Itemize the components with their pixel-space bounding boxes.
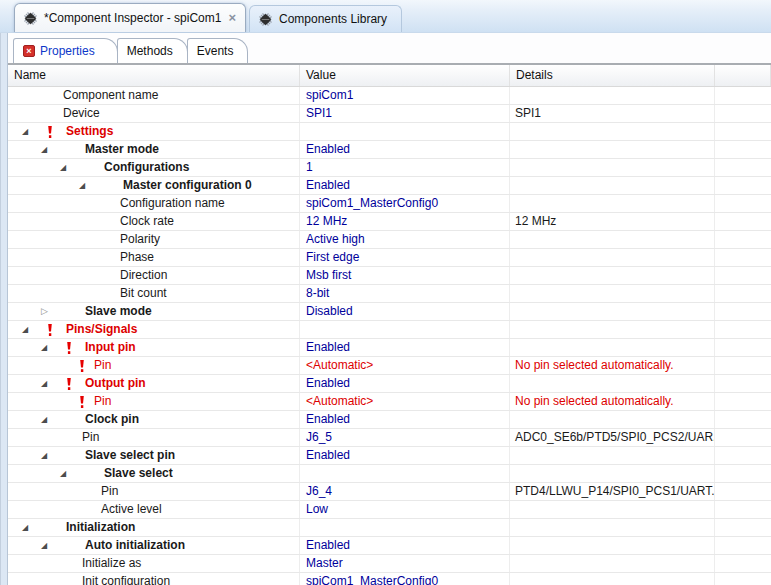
property-value[interactable]: First edge bbox=[300, 249, 510, 266]
column-header-name[interactable]: Name bbox=[8, 65, 300, 86]
property-value[interactable]: Enabled bbox=[300, 411, 510, 428]
table-row[interactable]: Pin <Automatic> No pin selected automati… bbox=[8, 393, 771, 411]
property-name: Init configuration bbox=[82, 573, 170, 585]
property-name: Configuration name bbox=[120, 195, 225, 212]
table-row[interactable]: ◢ Master mode Enabled bbox=[8, 141, 771, 159]
table-row[interactable]: ◢ Pins/Signals bbox=[8, 321, 771, 339]
property-value[interactable]: 12 MHz bbox=[300, 213, 510, 230]
table-row[interactable]: Init configuration spiCom1_MasterConfig0 bbox=[8, 573, 771, 585]
table-row[interactable]: Device SPI1 SPI1 bbox=[8, 105, 771, 123]
tab-label: Methods bbox=[127, 44, 173, 58]
expand-arrow-icon[interactable]: ◢ bbox=[41, 411, 53, 428]
table-row[interactable]: Direction Msb first bbox=[8, 267, 771, 285]
editor-tab-bar: *Component Inspector - spiCom1 × Compone… bbox=[0, 0, 771, 33]
property-name: Initialize as bbox=[82, 555, 141, 572]
property-value[interactable]: <Automatic> bbox=[300, 357, 510, 374]
table-row[interactable]: ◢ Settings bbox=[8, 123, 771, 141]
collapse-arrow-icon[interactable]: ▷ bbox=[41, 303, 53, 320]
table-row[interactable]: ◢ Clock pin Enabled bbox=[8, 411, 771, 429]
property-value[interactable]: Master bbox=[300, 555, 510, 572]
expand-arrow-icon[interactable]: ◢ bbox=[22, 519, 34, 536]
component-inspector-view: × Properties Methods Events Name Value D… bbox=[8, 33, 771, 585]
property-value[interactable]: Enabled bbox=[300, 447, 510, 464]
inspector-tab-bar: × Properties Methods Events bbox=[8, 33, 771, 63]
expand-arrow-icon[interactable]: ◢ bbox=[41, 447, 53, 464]
close-icon[interactable]: × bbox=[227, 12, 237, 24]
expand-arrow-icon[interactable]: ◢ bbox=[60, 465, 72, 482]
property-value[interactable]: spiCom1_MasterConfig0 bbox=[300, 195, 510, 212]
property-value[interactable]: Enabled bbox=[300, 177, 510, 194]
table-row[interactable]: ◢ Master configuration 0 Enabled bbox=[8, 177, 771, 195]
property-details: ADC0_SE6b/PTD5/SPI0_PCS2/UAR... bbox=[510, 429, 715, 446]
property-value[interactable]: spiCom1_MasterConfig0 bbox=[300, 573, 510, 585]
property-value[interactable]: 8-bit bbox=[300, 285, 510, 302]
table-row[interactable]: ▷ Slave mode Disabled bbox=[8, 303, 771, 321]
table-header: Name Value Details bbox=[8, 65, 771, 87]
table-row[interactable]: ◢ Output pin Enabled bbox=[8, 375, 771, 393]
tab-methods[interactable]: Methods bbox=[117, 38, 188, 63]
tab-label: Events bbox=[197, 44, 234, 58]
property-value[interactable]: Enabled bbox=[300, 537, 510, 554]
property-name: Pins/Signals bbox=[66, 321, 137, 338]
table-row[interactable]: Configuration name spiCom1_MasterConfig0 bbox=[8, 195, 771, 213]
table-row[interactable]: Phase First edge bbox=[8, 249, 771, 267]
property-value[interactable] bbox=[300, 321, 510, 338]
column-header-details[interactable]: Details bbox=[510, 65, 715, 86]
property-value[interactable]: SPI1 bbox=[300, 105, 510, 122]
property-value[interactable] bbox=[300, 465, 510, 482]
error-overlay-icon: × bbox=[23, 45, 35, 57]
tab-events[interactable]: Events bbox=[187, 38, 249, 63]
property-value[interactable]: Active high bbox=[300, 231, 510, 248]
editor-tab-components-library[interactable]: Components Library bbox=[249, 5, 402, 32]
property-name: Active level bbox=[101, 501, 162, 518]
table-row[interactable]: Initialize as Master bbox=[8, 555, 771, 573]
table-row[interactable]: ◢ Configurations 1 bbox=[8, 159, 771, 177]
expand-arrow-icon[interactable]: ◢ bbox=[22, 321, 34, 338]
property-value[interactable]: 1 bbox=[300, 159, 510, 176]
table-row[interactable]: Pin J6_4 PTD4/LLWU_P14/SPI0_PCS1/UART... bbox=[8, 483, 771, 501]
expand-arrow-icon[interactable]: ◢ bbox=[41, 141, 53, 158]
table-row[interactable]: Active level Low bbox=[8, 501, 771, 519]
table-row[interactable]: ◢ Initialization bbox=[8, 519, 771, 537]
table-row[interactable]: Bit count 8-bit bbox=[8, 285, 771, 303]
table-row[interactable]: Pin <Automatic> No pin selected automati… bbox=[8, 357, 771, 375]
property-value[interactable] bbox=[300, 519, 510, 536]
property-name: Pin bbox=[101, 483, 118, 500]
property-value[interactable]: J6_5 bbox=[300, 429, 510, 446]
expand-arrow-icon[interactable]: ◢ bbox=[22, 123, 34, 140]
table-row[interactable]: Pin J6_5 ADC0_SE6b/PTD5/SPI0_PCS2/UAR... bbox=[8, 429, 771, 447]
property-value[interactable]: Disabled bbox=[300, 303, 510, 320]
property-details bbox=[510, 177, 715, 194]
property-value[interactable]: Enabled bbox=[300, 375, 510, 392]
property-name: Pin bbox=[82, 429, 99, 446]
expand-arrow-icon[interactable]: ◢ bbox=[41, 339, 53, 356]
table-row[interactable]: Clock rate 12 MHz 12 MHz bbox=[8, 213, 771, 231]
property-value[interactable]: Low bbox=[300, 501, 510, 518]
property-name: Direction bbox=[120, 267, 167, 284]
tab-properties[interactable]: × Properties bbox=[13, 38, 118, 63]
table-row[interactable]: ◢ Input pin Enabled bbox=[8, 339, 771, 357]
expand-arrow-icon[interactable]: ◢ bbox=[41, 537, 53, 554]
property-value[interactable]: Msb first bbox=[300, 267, 510, 284]
table-row[interactable]: ◢ Auto initialization Enabled bbox=[8, 537, 771, 555]
expand-arrow-icon[interactable]: ◢ bbox=[79, 177, 91, 194]
property-details bbox=[510, 447, 715, 464]
table-row[interactable]: ◢ Slave select bbox=[8, 465, 771, 483]
editor-tab-component-inspector[interactable]: *Component Inspector - spiCom1 × bbox=[14, 3, 246, 32]
expand-arrow-icon[interactable]: ◢ bbox=[41, 375, 53, 392]
table-row[interactable]: ◢ Slave select pin Enabled bbox=[8, 447, 771, 465]
property-value[interactable]: <Automatic> bbox=[300, 393, 510, 410]
table-row[interactable]: Polarity Active high bbox=[8, 231, 771, 249]
property-value[interactable]: Enabled bbox=[300, 339, 510, 356]
property-value[interactable]: Enabled bbox=[300, 141, 510, 158]
property-name: Settings bbox=[66, 123, 113, 140]
property-details: PTD4/LLWU_P14/SPI0_PCS1/UART... bbox=[510, 483, 715, 500]
property-value[interactable] bbox=[300, 123, 510, 140]
property-name: Clock rate bbox=[120, 213, 174, 230]
properties-tree: Component name spiCom1 Device SPI1 SPI1 … bbox=[8, 87, 771, 585]
property-value[interactable]: spiCom1 bbox=[300, 87, 510, 104]
expand-arrow-icon[interactable]: ◢ bbox=[60, 159, 72, 176]
property-value[interactable]: J6_4 bbox=[300, 483, 510, 500]
table-row[interactable]: Component name spiCom1 bbox=[8, 87, 771, 105]
column-header-value[interactable]: Value bbox=[300, 65, 510, 86]
